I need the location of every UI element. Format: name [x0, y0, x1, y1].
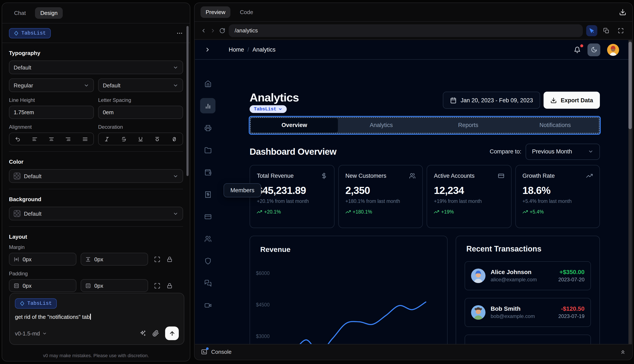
copy-button[interactable] — [601, 25, 612, 36]
fullscreen-button[interactable] — [615, 25, 626, 36]
enhance-prompt-button[interactable] — [140, 330, 146, 337]
underline-icon[interactable] — [138, 136, 143, 142]
color-select[interactable]: Default — [9, 169, 183, 183]
preview-scrollbar-thumb[interactable] — [628, 42, 632, 129]
padding-lock-button[interactable] — [166, 282, 173, 289]
decoration-toolbar — [98, 132, 183, 145]
overline-icon[interactable] — [155, 136, 160, 142]
padding-vertical-icon — [85, 283, 91, 288]
sidebar-item-members[interactable] — [200, 231, 215, 246]
refresh-button[interactable] — [219, 28, 225, 34]
user-avatar[interactable] — [607, 44, 619, 56]
prompt-composer[interactable]: TabsList get rid of the "notifications" … — [10, 293, 184, 345]
sidebar-item-cards[interactable] — [200, 209, 215, 224]
background-select[interactable]: Default — [9, 207, 183, 220]
date-range-picker[interactable]: Jan 20, 2023 - Feb 09, 2023 — [443, 92, 540, 109]
margin-lock-button[interactable] — [166, 256, 173, 262]
element-menu-button[interactable] — [176, 30, 183, 36]
tab-code[interactable]: Code — [235, 6, 258, 18]
tab-notifications[interactable]: Notifications — [512, 118, 599, 132]
align-justify-icon[interactable] — [82, 136, 88, 142]
decoration-label: Decoration — [98, 124, 183, 130]
tab-overview[interactable]: Overview — [251, 118, 338, 132]
font-size-select[interactable]: Default — [98, 78, 183, 92]
margin-expand-button[interactable] — [154, 256, 160, 262]
align-right-icon[interactable] — [66, 136, 71, 142]
prompt-context-badge[interactable]: TabsList — [15, 298, 57, 308]
tab-analytics[interactable]: Analytics — [338, 118, 425, 132]
padding-expand-button[interactable] — [154, 282, 160, 289]
strikethrough-icon[interactable] — [121, 136, 127, 142]
align-left-icon[interactable] — [32, 136, 37, 142]
attach-file-button[interactable] — [152, 330, 159, 337]
avatar — [471, 305, 486, 320]
stat-title: Total Revenue — [257, 172, 294, 179]
sidebar-item-invoices[interactable] — [200, 187, 215, 202]
background-swatch — [14, 210, 21, 217]
sidebar-toggle-button[interactable] — [204, 46, 211, 53]
padding-x-input[interactable]: 0px — [9, 279, 76, 292]
chevron-right-icon — [204, 46, 211, 53]
transaction-row[interactable]: Alice Johnson alice@example.com +$350.00… — [465, 261, 591, 290]
breadcrumb-current[interactable]: Analytics — [253, 46, 276, 53]
back-button[interactable] — [200, 28, 206, 34]
tabs-list-selected-element[interactable]: Overview Analytics Reports Notifications — [250, 116, 600, 134]
sidebar-item-video[interactable] — [200, 298, 215, 313]
export-data-button[interactable]: Export Data — [543, 92, 600, 109]
compare-label: Compare to: — [490, 148, 521, 155]
model-selector[interactable]: v0-1.5-md — [15, 330, 47, 336]
sidebar-item-files[interactable] — [200, 142, 215, 158]
undo-icon[interactable] — [15, 136, 21, 142]
margin-label: Margin — [9, 244, 183, 250]
tab-design[interactable]: Design — [35, 7, 63, 19]
font-family-select[interactable]: Default — [9, 60, 183, 74]
stat-card-total-revenue: Total Revenue $45,231.89 +20.1% from las… — [250, 165, 334, 228]
selection-pill[interactable]: TabsList — [250, 105, 287, 113]
no-decoration-icon[interactable] — [172, 136, 177, 142]
letter-spacing-input[interactable]: 0em — [98, 106, 183, 119]
background-value: Default — [24, 210, 173, 217]
tab-reports[interactable]: Reports — [425, 118, 512, 132]
transaction-row-clipped — [465, 334, 591, 344]
download-button[interactable] — [619, 8, 626, 16]
panel-scrollbar[interactable] — [186, 26, 189, 176]
font-weight-value: Regular — [14, 82, 84, 88]
notifications-button[interactable] — [574, 46, 581, 53]
sidebar-item-security[interactable] — [200, 253, 215, 268]
stat-delta-value: +19% — [441, 209, 454, 214]
chevron-down-icon — [84, 82, 89, 88]
align-center-icon[interactable] — [49, 136, 54, 142]
theme-toggle-button[interactable] — [587, 43, 600, 56]
transaction-row[interactable]: Bob Smith bob@example.com -$120.50 2023-… — [465, 298, 591, 327]
tab-chat[interactable]: Chat — [9, 7, 31, 19]
margin-x-input[interactable]: 0px — [9, 253, 76, 266]
selected-element-badge[interactable]: TabsList — [9, 28, 51, 38]
sidebar-item-messages[interactable] — [200, 275, 215, 291]
compare-select[interactable]: Previous Month — [526, 144, 600, 160]
transaction-amount: +$350.00 — [558, 268, 584, 275]
console-expand-button[interactable] — [620, 349, 626, 355]
tab-preview[interactable]: Preview — [200, 6, 231, 18]
margin-y-input[interactable]: 0px — [81, 253, 148, 266]
font-weight-select[interactable]: Regular — [9, 78, 94, 92]
italic-icon[interactable] — [104, 136, 110, 142]
ellipsis-icon — [176, 30, 183, 36]
margin-horizontal-icon — [14, 256, 19, 262]
design-select-mode-button[interactable] — [586, 25, 597, 36]
stat-delta-value: +20.1% — [264, 209, 281, 214]
forward-button[interactable] — [210, 28, 216, 34]
users-icon — [204, 235, 211, 242]
padding-y-input[interactable]: 0px — [81, 279, 148, 292]
sidebar-item-home[interactable] — [200, 76, 215, 91]
line-height-input[interactable]: 1.75rem — [9, 106, 94, 119]
console-bar[interactable]: Console — [195, 344, 632, 359]
send-button[interactable] — [165, 326, 179, 340]
prompt-input[interactable]: get rid of the "notifications" tab — [15, 314, 179, 320]
breadcrumb-home[interactable]: Home — [229, 46, 244, 53]
sidebar-item-wallet[interactable] — [200, 164, 215, 180]
sidebar-item-analytics[interactable] — [200, 98, 215, 114]
sidebar-item-reports[interactable] — [200, 120, 215, 136]
video-icon — [204, 302, 211, 309]
preview-scrollbar-track[interactable] — [628, 40, 632, 344]
url-input[interactable]: /analytics — [229, 24, 583, 37]
